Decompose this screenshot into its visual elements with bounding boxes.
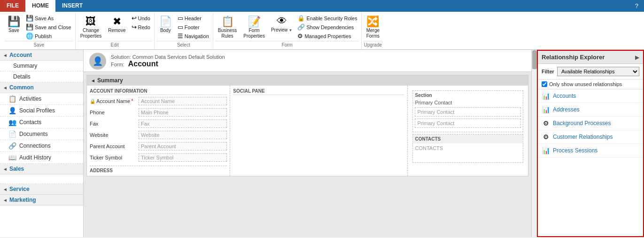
rel-item-accounts[interactable]: 📊 Accounts	[538, 89, 643, 103]
scrollbar[interactable]	[531, 50, 537, 237]
sidebar-item-connections[interactable]: 🔗 Connections	[0, 140, 83, 152]
remove-label: Remove	[108, 28, 125, 33]
sidebar-item-documents[interactable]: 📄 Documents	[0, 128, 83, 140]
relationship-explorer-header: Relationship Explorer ▶	[538, 51, 643, 64]
ribbon-group-upgrade-label: Upgrade	[364, 41, 382, 48]
sidebar-item-details[interactable]: Details	[0, 71, 83, 82]
social-profiles-icon: 👤	[8, 107, 16, 114]
social-profiles-label: Social Profiles	[19, 107, 55, 114]
remove-button[interactable]: ✖ Remove	[105, 14, 128, 35]
field-parent-account-label: Parent Account	[90, 143, 137, 149]
form-label: Form:	[111, 62, 124, 67]
tab-file[interactable]: FILE	[0, 0, 25, 12]
account-info-column: ACCOUNT INFORMATION 🔒 Account Name * Acc…	[87, 86, 230, 176]
change-properties-label: ChangeProperties	[80, 28, 102, 39]
merge-forms-button[interactable]: 🔀 MergeForms	[364, 14, 382, 41]
publish-button[interactable]: 🌐 Publish	[24, 32, 73, 40]
sidebar-section-marketing[interactable]: ◄ Marketing	[0, 195, 83, 206]
parent-account-input[interactable]: Parent Account	[139, 142, 227, 151]
sidebar-section-common[interactable]: ◄ Common	[0, 82, 83, 93]
change-properties-button[interactable]: 🖼 ChangeProperties	[78, 14, 105, 41]
sidebar-item-activities[interactable]: 📋 Activities	[0, 93, 83, 105]
accounts-rel-label: Accounts	[553, 93, 576, 99]
save-label: Save	[8, 28, 19, 33]
body-button[interactable]: 📄 Body	[156, 14, 175, 35]
show-dependencies-button[interactable]: 🔗 Show Dependencies	[295, 23, 359, 32]
managed-properties-button[interactable]: ⚙ Managed Properties	[295, 32, 359, 40]
sidebar-section-service[interactable]: ◄ Service	[0, 184, 83, 195]
sidebar-item-audit-history[interactable]: 📖 Audit History	[0, 152, 83, 164]
sidebar-item-social-profiles[interactable]: 👤 Social Profiles	[0, 105, 83, 117]
rel-item-background-processes[interactable]: ⚙ Background Processes	[538, 117, 643, 130]
process-sessions-rel-icon: 📊	[542, 147, 550, 154]
form-section-header[interactable]: ◄ Summary	[87, 75, 528, 86]
rel-item-addresses[interactable]: 📊 Addresses	[538, 103, 643, 117]
field-website: Website Website	[90, 131, 227, 139]
phone-input[interactable]: Main Phone	[139, 108, 227, 117]
preview-label: Preview	[271, 27, 288, 33]
redo-button[interactable]: ↪ Redo	[130, 23, 152, 32]
solution-header: 👤 Solution: Common Data Services Default…	[84, 50, 531, 72]
save-as-label: Save As	[35, 16, 54, 21]
save-button[interactable]: 💾 Save	[5, 14, 23, 35]
solution-info: Solution: Common Data Services Default S…	[111, 54, 225, 68]
contacts-subsection: CONTACTS CONTACTS	[412, 134, 523, 163]
merge-forms-icon: 🔀	[366, 16, 379, 28]
unused-checkbox[interactable]	[542, 81, 547, 87]
relationship-list: 📊 Accounts 📊 Addresses ⚙ Background Proc…	[538, 89, 643, 236]
redo-label: Redo	[138, 24, 150, 30]
business-rules-icon: 📋	[221, 16, 234, 28]
preview-button[interactable]: 👁 Preview ▼	[269, 14, 295, 34]
relationship-explorer-chevron[interactable]: ▶	[635, 54, 639, 61]
primary-contact-input-2[interactable]: Primary Contact	[415, 119, 521, 128]
ribbon-group-form: 📋 BusinessRules 📝 FormProperties 👁 Previ…	[213, 13, 362, 49]
sidebar-section-account[interactable]: ◄ Account	[0, 50, 83, 61]
fax-input[interactable]: Fax	[139, 119, 227, 128]
field-ticker-symbol-label: Ticker Symbol	[90, 155, 137, 160]
footer-button[interactable]: ▭ Footer	[176, 23, 211, 32]
ribbon-group-upgrade: 🔀 MergeForms Upgrade	[362, 13, 384, 49]
primary-contact-input-1[interactable]: Primary Contact	[415, 107, 521, 117]
main-layout: ◄ Account Summary Details ◄ Common 📋 Act…	[0, 50, 644, 237]
audit-history-icon: 📖	[8, 154, 16, 161]
rel-item-customer-relationships[interactable]: ⚙ Customer Relationships	[538, 130, 643, 144]
sidebar-summary-label: Summary	[13, 63, 37, 69]
account-name-input[interactable]: Account Name	[139, 97, 227, 105]
documents-icon: 📄	[8, 130, 16, 138]
activities-icon: 📋	[8, 95, 16, 103]
help-button[interactable]: ?	[629, 0, 644, 12]
business-rules-button[interactable]: 📋 BusinessRules	[215, 14, 240, 41]
enable-security-icon: 🔒	[297, 15, 305, 22]
ticker-symbol-input[interactable]: Ticker Symbol	[139, 153, 227, 162]
enable-security-button[interactable]: 🔒 Enable Security Roles	[295, 14, 359, 23]
rel-item-process-sessions[interactable]: 📊 Process Sessions	[538, 144, 643, 158]
field-phone: Phone Main Phone	[90, 108, 227, 117]
sidebar-item-contacts[interactable]: 👥 Contacts	[0, 117, 83, 128]
account-section-arrow: ◄	[3, 53, 8, 58]
header-button[interactable]: ▭ Header	[176, 14, 211, 23]
connections-label: Connections	[19, 143, 51, 149]
scrollbar-thumb[interactable]	[532, 50, 537, 69]
save-close-button[interactable]: 💾 Save and Close	[24, 23, 73, 32]
background-processes-rel-icon: ⚙	[542, 119, 550, 127]
filter-row: Filter Available Relationships Used Rela…	[538, 64, 643, 79]
website-input[interactable]: Website	[139, 131, 227, 139]
filter-select[interactable]: Available Relationships Used Relationshi…	[557, 67, 639, 76]
navigation-button[interactable]: ☰ Navigation	[176, 32, 211, 40]
undo-button[interactable]: ↩ Undo	[130, 14, 152, 23]
sidebar: ◄ Account Summary Details ◄ Common 📋 Act…	[0, 50, 84, 237]
managed-properties-icon: ⚙	[297, 32, 303, 40]
tab-home[interactable]: HOME	[25, 0, 55, 12]
contacts-body: CONTACTS	[413, 143, 523, 162]
save-close-icon: 💾	[26, 24, 33, 31]
ribbon-group-form-items: 📋 BusinessRules 📝 FormProperties 👁 Previ…	[215, 14, 359, 41]
form-properties-button[interactable]: 📝 FormProperties	[241, 14, 268, 41]
account-section-title: Account	[9, 52, 32, 58]
header-label: Header	[185, 16, 202, 21]
sidebar-item-summary[interactable]: Summary	[0, 61, 83, 71]
addresses-rel-label: Addresses	[553, 106, 580, 113]
sidebar-section-sales[interactable]: ◄ Sales	[0, 164, 83, 175]
unused-checkbox-label: Only show unused relationships	[549, 81, 622, 87]
tab-insert[interactable]: INSERT	[55, 0, 89, 12]
save-as-button[interactable]: 💾 Save As	[24, 14, 73, 23]
